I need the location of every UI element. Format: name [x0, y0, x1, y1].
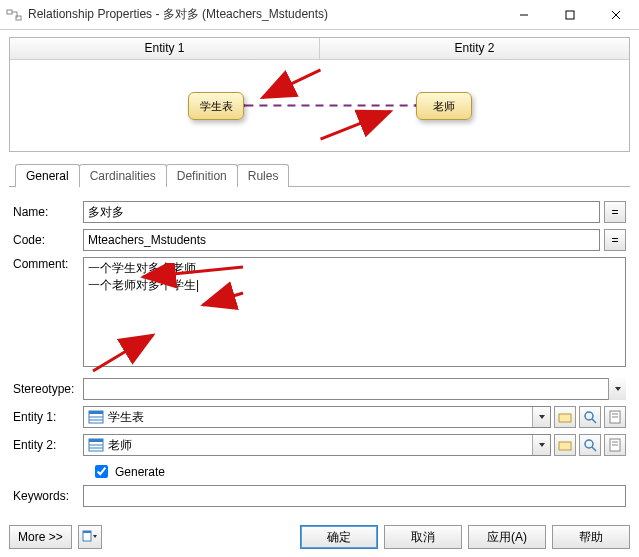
generate-label: Generate: [115, 465, 165, 479]
tab-cardinalities[interactable]: Cardinalities: [79, 164, 167, 187]
entity1-properties-button[interactable]: [604, 406, 626, 428]
window-title: Relationship Properties - 多对多 (Mteachers…: [28, 6, 501, 23]
svg-point-21: [585, 412, 593, 420]
entity1-browse-button[interactable]: [554, 406, 576, 428]
name-input[interactable]: [83, 201, 600, 223]
stereotype-label: Stereotype:: [13, 382, 83, 396]
relationship-diagram: Entity 1 Entity 2 学生表 老师: [9, 37, 630, 152]
maximize-button[interactable]: [547, 0, 593, 29]
code-input[interactable]: [83, 229, 600, 251]
entity2-box[interactable]: 老师: [416, 92, 472, 120]
tab-definition[interactable]: Definition: [166, 164, 238, 187]
cancel-button[interactable]: 取消: [384, 525, 462, 549]
entity2-header: Entity 2: [320, 38, 629, 59]
generate-checkbox[interactable]: [95, 465, 108, 478]
entity2-browse-button[interactable]: [554, 434, 576, 456]
stereotype-input[interactable]: [83, 378, 626, 400]
entity1-dropdown-button[interactable]: [532, 407, 550, 427]
svg-rect-17: [89, 411, 103, 414]
code-label: Code:: [13, 233, 83, 247]
help-button[interactable]: 帮助: [552, 525, 630, 549]
tab-general[interactable]: General: [15, 164, 80, 187]
svg-line-22: [592, 419, 596, 423]
code-sync-button[interactable]: =: [604, 229, 626, 251]
entity2-label: Entity 2:: [13, 438, 83, 452]
tab-rules[interactable]: Rules: [237, 164, 290, 187]
comment-label: Comment:: [13, 257, 83, 271]
table-icon: [88, 409, 104, 425]
entity1-label: Entity 1:: [13, 410, 83, 424]
svg-rect-0: [7, 10, 12, 14]
svg-rect-37: [83, 531, 91, 533]
svg-rect-27: [89, 439, 103, 442]
dialog-footer: More >> 确定 取消 应用(A) 帮助: [9, 525, 630, 549]
more-button[interactable]: More >>: [9, 525, 72, 549]
entity2-dropdown-button[interactable]: [532, 435, 550, 455]
tab-bar: General Cardinalities Definition Rules: [9, 164, 630, 187]
stereotype-dropdown-button[interactable]: [608, 378, 626, 400]
name-label: Name:: [13, 205, 83, 219]
entity2-properties-button[interactable]: [604, 434, 626, 456]
svg-point-31: [585, 440, 593, 448]
table-icon: [88, 437, 104, 453]
minimize-button[interactable]: [501, 0, 547, 29]
entity2-find-button[interactable]: [579, 434, 601, 456]
svg-rect-30: [559, 442, 571, 450]
entity1-box[interactable]: 学生表: [188, 92, 244, 120]
apply-button[interactable]: 应用(A): [468, 525, 546, 549]
keywords-input[interactable]: [83, 485, 626, 507]
entity2-combo[interactable]: 老师: [83, 434, 551, 456]
svg-line-11: [262, 70, 320, 98]
ok-button[interactable]: 确定: [300, 525, 378, 549]
name-sync-button[interactable]: =: [604, 201, 626, 223]
entity1-find-button[interactable]: [579, 406, 601, 428]
title-bar: Relationship Properties - 多对多 (Mteachers…: [0, 0, 639, 30]
menu-button[interactable]: [78, 525, 102, 549]
svg-rect-3: [566, 11, 574, 19]
keywords-label: Keywords:: [13, 489, 83, 503]
close-button[interactable]: [593, 0, 639, 29]
form-area: Name: = Code: = Comment: Stereotype:: [9, 187, 630, 507]
entity1-header: Entity 1: [10, 38, 320, 59]
entity1-combo[interactable]: 学生表: [83, 406, 551, 428]
app-icon: [6, 7, 22, 23]
svg-rect-20: [559, 414, 571, 422]
comment-input[interactable]: [83, 257, 626, 367]
svg-line-32: [592, 447, 596, 451]
svg-line-12: [321, 111, 391, 139]
